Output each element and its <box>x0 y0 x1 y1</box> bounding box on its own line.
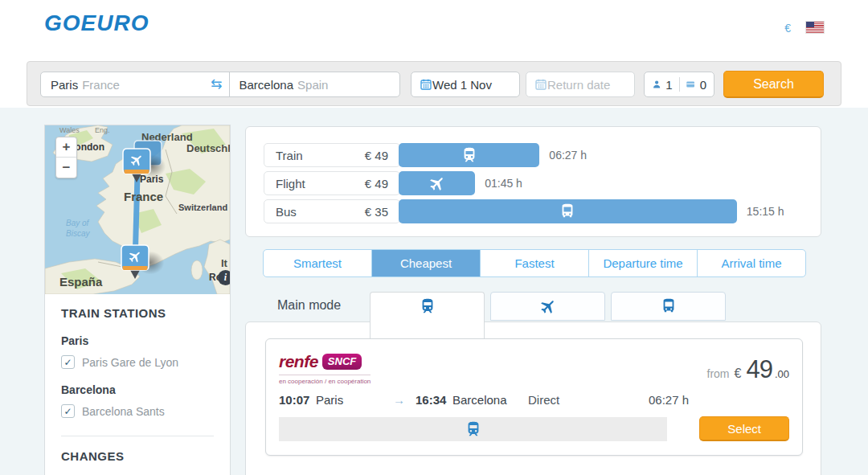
station-checkbox[interactable]: ✓ <box>61 355 75 369</box>
main-mode-row: Main mode <box>245 292 821 321</box>
plane-icon <box>535 293 560 318</box>
sort-tab-fastest[interactable]: Fastest <box>481 250 589 276</box>
departure-time: 10:07 <box>279 393 316 407</box>
rail-card-icon <box>686 78 695 91</box>
price-currency: € <box>735 366 742 381</box>
stops-label: Direct <box>528 393 649 407</box>
train-icon <box>465 420 482 438</box>
mode-price: € 49 <box>365 177 388 190</box>
destination-input[interactable]: Barcelona Spain <box>230 72 400 96</box>
calendar-icon <box>534 78 547 91</box>
arrow-icon: → <box>393 393 416 407</box>
duration-bar <box>399 199 737 223</box>
mode-tab-plane[interactable] <box>490 292 605 321</box>
departure-city: Paris <box>316 393 393 407</box>
swap-direction-icon[interactable]: ⇆ <box>211 76 222 93</box>
duration-bar <box>399 171 475 195</box>
mode-comparison-panel: Train € 49 06:27 h Flight € 49 01:45 h B… <box>245 126 821 237</box>
station-city-label: Paris <box>61 334 214 347</box>
result-card: renfe SNCF en cooperación / en coopérati… <box>265 338 803 456</box>
duration-bar <box>399 143 539 167</box>
arrival-city: Barcelona <box>452 393 528 407</box>
price-decimal: .00 <box>775 368 789 380</box>
operator-cooperation-note: en cooperación / en coopération <box>279 375 371 385</box>
train-icon <box>419 297 436 315</box>
changes-title: CHANGES <box>61 449 214 463</box>
check-icon: ✓ <box>63 358 72 367</box>
mode-label: Flight <box>276 177 305 190</box>
mode-label: Train <box>276 149 303 162</box>
mode-duration: 15:15 h <box>747 205 784 218</box>
comparison-row: Bus € 35 15:15 h <box>264 199 803 223</box>
train-stations-filter: TRAIN STATIONS Paris ✓ Paris Gare de Lyo… <box>45 294 230 463</box>
price-integer: 49 <box>746 355 772 384</box>
destination-map-pin[interactable] <box>120 244 150 281</box>
station-checkbox-row[interactable]: ✓ Paris Gare de Lyon <box>61 355 214 369</box>
return-date-field[interactable]: Return date <box>526 72 635 97</box>
origin-map-pin[interactable] <box>121 148 152 185</box>
search-button[interactable]: Search <box>723 71 824 98</box>
passenger-icon <box>652 78 661 91</box>
mode-price: € 49 <box>365 149 388 162</box>
sort-tabs: SmartestCheapestFastestDeparture timeArr… <box>263 249 806 277</box>
currency-selector[interactable]: € <box>784 22 791 35</box>
price-block: from € 49 .00 <box>707 355 789 384</box>
mode-price-pill: Flight € 49 <box>264 171 400 195</box>
comparison-row: Train € 49 06:27 h <box>264 143 803 167</box>
sort-tab-cheapest[interactable]: Cheapest <box>372 250 481 276</box>
origin-input[interactable]: Paris France ⇆ <box>41 72 230 96</box>
station-group: Barcelona ✓ Barcelona Sants <box>61 383 214 418</box>
arrival-time: 16:34 <box>416 393 452 407</box>
mode-label: Bus <box>276 205 297 219</box>
calendar-icon <box>420 78 432 91</box>
sort-tab-departure-time[interactable]: Departure time <box>589 250 698 276</box>
check-icon: ✓ <box>63 407 72 416</box>
mode-price-pill: Train € 49 <box>264 143 400 167</box>
comparison-rows: Train € 49 06:27 h Flight € 49 01:45 h B… <box>264 143 803 223</box>
mode-price-pill: Bus € 35 <box>264 199 400 223</box>
route-map[interactable]: WalesEng.LondonNederlandDeutschlaParisFr… <box>45 125 230 294</box>
journey-duration: 06:27 h <box>649 393 689 407</box>
results-panel: renfe SNCF en cooperación / en coopérati… <box>245 321 821 475</box>
station-checkbox[interactable]: ✓ <box>61 404 75 418</box>
city-inputs-group: Paris France ⇆ Barcelona Spain <box>40 72 400 97</box>
return-date-placeholder: Return date <box>547 78 610 92</box>
train-stations-title: TRAIN STATIONS <box>61 306 214 320</box>
sncf-logo: SNCF <box>322 354 362 370</box>
bus-icon <box>660 297 678 315</box>
mode-tab-bus[interactable] <box>611 292 726 321</box>
select-button[interactable]: Select <box>699 416 789 441</box>
operator-logo: renfe SNCF en cooperación / en coopérati… <box>279 352 371 385</box>
station-name: Barcelona Sants <box>82 405 165 418</box>
us-flag-icon[interactable] <box>806 22 824 33</box>
divider <box>679 77 680 92</box>
map-info-icon[interactable]: i <box>218 270 230 285</box>
departure-date-field[interactable]: Wed 1 Nov <box>411 72 520 97</box>
mode-duration: 06:27 h <box>549 149 587 162</box>
duration-track: 15:15 h <box>400 199 803 223</box>
filters-sidebar: WalesEng.LondonNederlandDeutschlaParisFr… <box>44 125 231 475</box>
zoom-in-button[interactable]: + <box>56 137 76 158</box>
zoom-out-button[interactable]: − <box>56 158 76 178</box>
segment-bar <box>279 417 667 441</box>
sort-tab-smartest[interactable]: Smartest <box>264 250 372 276</box>
divider <box>61 436 214 436</box>
destination-city: Barcelona <box>240 78 294 92</box>
passengers-cards-selector[interactable]: 1 0 <box>644 72 714 97</box>
station-group: Paris ✓ Paris Gare de Lyon <box>61 334 214 369</box>
station-groups: Paris ✓ Paris Gare de Lyon Barcelona ✓ B… <box>61 334 214 418</box>
search-bar: Paris France ⇆ Barcelona Spain Wed 1 Nov… <box>27 61 841 106</box>
map-zoom-control: + − <box>55 137 77 178</box>
goeuro-logo[interactable]: GOEURO <box>44 10 149 36</box>
mode-tab-train[interactable] <box>370 292 485 338</box>
app-header: GOEURO € <box>0 0 868 56</box>
origin-country: France <box>82 78 120 92</box>
passenger-count: 1 <box>665 78 672 92</box>
main-mode-label: Main mode <box>277 298 341 313</box>
destination-country: Spain <box>297 78 328 92</box>
sort-tab-arrival-time[interactable]: Arrival time <box>698 250 805 276</box>
comparison-row: Flight € 49 01:45 h <box>264 171 803 195</box>
duration-track: 01:45 h <box>400 171 803 195</box>
station-checkbox-row[interactable]: ✓ Barcelona Sants <box>61 404 214 418</box>
journey-row: 10:07 Paris → 16:34 Barcelona Direct 06:… <box>279 393 789 407</box>
